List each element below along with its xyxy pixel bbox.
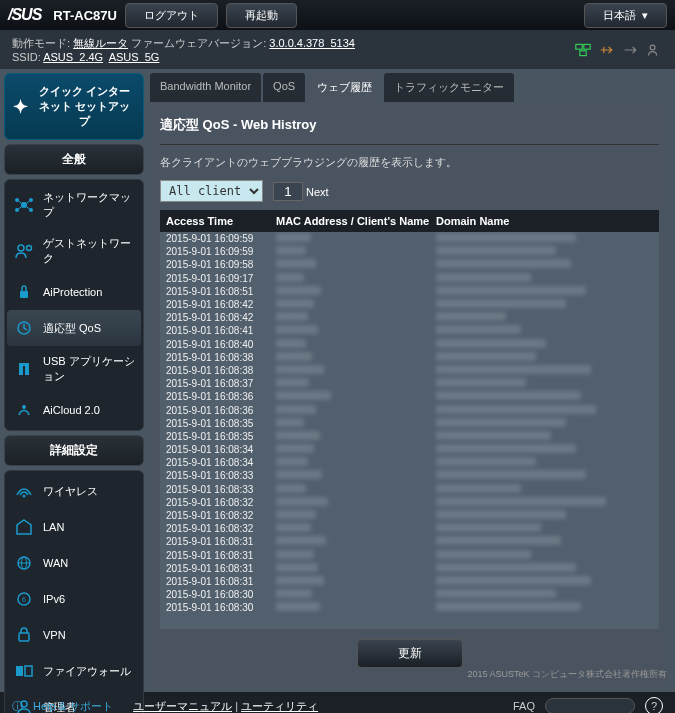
ssid2-link[interactable]: ASUS_5G — [109, 51, 160, 63]
table-row: 2015-9-01 16:08:34 — [160, 456, 659, 469]
language-label: 日本語 — [603, 8, 636, 23]
tab-1[interactable]: QoS — [263, 73, 305, 102]
nav-icon — [13, 282, 35, 302]
copyright: 2015 ASUSTeK コンピュータ株式会社著作権所有 — [467, 668, 667, 681]
nav-icon — [13, 241, 35, 261]
client-select[interactable]: All client — [160, 180, 263, 202]
mode-label: 動作モード: — [12, 37, 73, 49]
nav-適応型 QoS[interactable]: 適応型 QoS — [7, 310, 141, 346]
svg-point-9 — [18, 245, 24, 251]
table-row: 2015-9-01 16:08:34 — [160, 443, 659, 456]
nav-icon — [13, 661, 35, 681]
table-row: 2015-9-01 16:08:32 — [160, 522, 659, 535]
ssid-label: SSID: — [12, 51, 43, 63]
svg-text:6: 6 — [22, 596, 26, 603]
help-icon: ⓘ — [12, 699, 23, 714]
tab-2[interactable]: ウェブ履歴 — [307, 73, 382, 102]
utility-link[interactable]: ユーティリティ — [241, 700, 318, 712]
nav-label: ネットワークマップ — [43, 190, 135, 220]
svg-rect-24 — [25, 666, 32, 676]
svg-point-17 — [23, 495, 26, 498]
nav-WAN[interactable]: WAN — [7, 545, 141, 581]
table-header: Access Time MAC Address / Client's Name … — [160, 210, 659, 232]
table-row: 2015-9-01 16:08:35 — [160, 417, 659, 430]
nav-AiCloud 2.0[interactable]: AiCloud 2.0 — [7, 392, 141, 428]
nav-USB アプリケーション[interactable]: USB アプリケーション — [7, 346, 141, 392]
svg-point-16 — [22, 405, 26, 409]
language-select[interactable]: 日本語▾ — [584, 3, 667, 28]
table-row: 2015-9-01 16:08:51 — [160, 285, 659, 298]
table-row: 2015-9-01 16:08:33 — [160, 469, 659, 482]
nav-label: VPN — [43, 629, 66, 641]
usb2-icon[interactable] — [623, 43, 639, 57]
table-row: 2015-9-01 16:08:32 — [160, 509, 659, 522]
manual-link[interactable]: ユーザーマニュアル — [133, 700, 232, 712]
clients-icon[interactable] — [575, 43, 591, 57]
next-link[interactable]: Next — [306, 186, 329, 198]
nav-label: LAN — [43, 521, 64, 533]
tab-3[interactable]: トラフィックモニター — [384, 73, 514, 102]
tab-0[interactable]: Bandwidth Monitor — [150, 73, 261, 102]
search-input[interactable] — [545, 698, 635, 713]
nav-icon: 6 — [13, 589, 35, 609]
nav-icon — [13, 195, 35, 215]
table-row: 2015-9-01 16:09:17 — [160, 272, 659, 285]
nav-label: ゲストネットワーク — [43, 236, 135, 266]
nav-ネットワークマップ[interactable]: ネットワークマップ — [7, 182, 141, 228]
table-row: 2015-9-01 16:09:59 — [160, 232, 659, 245]
page-input[interactable] — [273, 182, 303, 201]
table-row: 2015-9-01 16:08:30 — [160, 601, 659, 614]
page-title: 適応型 QoS - Web Histroy — [160, 112, 659, 145]
nav-AiProtection[interactable]: AiProtection — [7, 274, 141, 310]
svg-rect-22 — [19, 633, 29, 641]
nav-label: IPv6 — [43, 593, 65, 605]
nav-ワイヤレス[interactable]: ワイヤレス — [7, 473, 141, 509]
table-row: 2015-9-01 16:08:31 — [160, 575, 659, 588]
mode-link[interactable]: 無線ルータ — [73, 37, 128, 49]
nav-VPN[interactable]: VPN — [7, 617, 141, 653]
nav-IPv6[interactable]: 6IPv6 — [7, 581, 141, 617]
help-link[interactable]: Help & サポート — [33, 699, 113, 714]
table-row: 2015-9-01 16:08:36 — [160, 403, 659, 416]
update-button[interactable]: 更新 — [357, 639, 463, 668]
table-row: 2015-9-01 16:08:38 — [160, 364, 659, 377]
help-icon-link[interactable]: ? — [645, 697, 663, 713]
reboot-button[interactable]: 再起動 — [226, 3, 297, 28]
logout-button[interactable]: ログアウト — [125, 3, 218, 28]
nav-ゲストネットワーク[interactable]: ゲストネットワーク — [7, 228, 141, 274]
fw-link[interactable]: 3.0.0.4.378_5134 — [269, 37, 355, 49]
ssid1-link[interactable]: ASUS_2.4G — [43, 51, 103, 63]
nav-LAN[interactable]: LAN — [7, 509, 141, 545]
table-row: 2015-9-01 16:09:58 — [160, 258, 659, 271]
nav-label: 適応型 QoS — [43, 321, 101, 336]
table-row: 2015-9-01 16:08:31 — [160, 535, 659, 548]
table-row: 2015-9-01 16:08:32 — [160, 496, 659, 509]
guest-icon[interactable] — [647, 43, 663, 57]
wand-icon: ✦ — [13, 96, 28, 118]
nav-label: AiCloud 2.0 — [43, 404, 100, 416]
table-row: 2015-9-01 16:08:41 — [160, 324, 659, 337]
table-row: 2015-9-01 16:08:31 — [160, 549, 659, 562]
table-row: 2015-9-01 16:09:59 — [160, 245, 659, 258]
svg-rect-11 — [20, 291, 28, 298]
table-row: 2015-9-01 16:08:37 — [160, 377, 659, 390]
svg-rect-0 — [576, 44, 582, 49]
svg-rect-23 — [16, 666, 23, 676]
table-row: 2015-9-01 16:08:42 — [160, 311, 659, 324]
nav-ファイアウォール[interactable]: ファイアウォール — [7, 653, 141, 689]
nav-icon — [13, 481, 35, 501]
svg-point-3 — [650, 45, 655, 50]
qis-button[interactable]: ✦クイック インターネット セットアップ — [4, 73, 144, 140]
page-desc: 各クライアントのウェブブラウジングの履歴を表示します。 — [160, 155, 659, 170]
nav-label: AiProtection — [43, 286, 102, 298]
nav-icon — [13, 359, 35, 379]
table-row: 2015-9-01 16:08:40 — [160, 338, 659, 351]
faq-label: FAQ — [513, 700, 535, 712]
group-general: 全般 — [4, 144, 144, 175]
svg-rect-2 — [580, 50, 586, 55]
model-name: RT-AC87U — [53, 8, 117, 23]
nav-icon — [13, 400, 35, 420]
col-mac: MAC Address / Client's Name — [276, 215, 436, 227]
usb-icon[interactable] — [599, 43, 615, 57]
table-row: 2015-9-01 16:08:36 — [160, 390, 659, 403]
